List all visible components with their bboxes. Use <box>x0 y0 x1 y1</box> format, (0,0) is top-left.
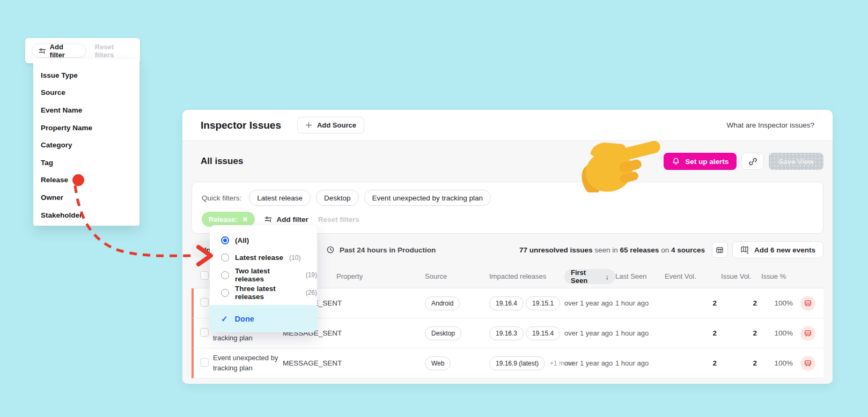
add-new-events-button[interactable]: Add 6 new events <box>732 241 823 258</box>
quick-filters-label: Quick filters: <box>202 194 241 202</box>
radio-icon[interactable] <box>221 271 229 279</box>
summary-sources: 4 sources <box>671 246 705 254</box>
menu-item-tag[interactable]: Tag <box>41 154 139 172</box>
table-view-button[interactable] <box>712 242 728 258</box>
active-release-filter-chip[interactable]: Release: ✕ <box>202 212 255 227</box>
option-label: Two latest releases <box>235 267 300 283</box>
chip-label: Latest release <box>257 194 303 202</box>
remove-filter-icon[interactable]: ✕ <box>242 215 248 224</box>
col-header-issue-vol: Issue Vol. <box>721 272 761 280</box>
menu-item-stakeholder[interactable]: Stakeholder <box>41 206 139 224</box>
row-checkbox[interactable] <box>200 358 209 367</box>
release-chip: 19.15.4 <box>526 326 560 340</box>
bell-icon <box>672 157 680 166</box>
menu-item-label: Source <box>41 88 65 96</box>
tracking-plan-violation-icon <box>800 326 815 341</box>
menu-item-property-name[interactable]: Property Name <box>41 119 139 137</box>
first-seen-cell: over 1 year ago <box>564 299 615 307</box>
done-button[interactable]: ✓ Done <box>210 305 317 332</box>
event-name-cell: MESSAGE_SENT <box>283 359 336 367</box>
radio-icon[interactable] <box>221 289 229 297</box>
event-vol-cell: 2 <box>665 299 721 307</box>
option-count: (19) <box>306 271 317 279</box>
release-chip: 19.16.9 (latest) <box>489 356 545 370</box>
menu-item-label: Tag <box>41 159 53 167</box>
reset-filters-button[interactable]: Reset filters <box>318 215 359 224</box>
release-chip: 19.16.4 <box>489 296 524 310</box>
inspector-issues-panel: Inspector Issues Add Source What are Ins… <box>182 110 833 384</box>
first-seen-cell: over 1 year ago <box>564 329 615 337</box>
radio-selected-icon[interactable] <box>221 236 229 244</box>
quick-filter-chip-latest-release[interactable]: Latest release <box>249 190 311 206</box>
time-range-label: Past 24 hours in Production <box>340 246 436 254</box>
menu-item-release[interactable]: Release <box>41 172 139 189</box>
col-header-property: Property <box>336 272 425 280</box>
menu-item-label: Issue Type <box>41 71 78 79</box>
radio-icon[interactable] <box>221 254 229 262</box>
release-filter-dropdown: (All) Latest release (10) Two latest rel… <box>210 225 317 332</box>
view-actions: Set up alerts Save View <box>664 153 823 170</box>
source-chip: Android <box>425 296 460 310</box>
add-source-button[interactable]: Add Source <box>297 117 364 133</box>
first-seen-cell: over 1 year ago <box>564 359 615 367</box>
page-title: Inspector Issues <box>201 120 281 131</box>
reset-filters-button[interactable]: Reset filters <box>95 43 134 59</box>
save-view-button[interactable]: Save View <box>769 153 823 170</box>
issue-table-row[interactable]: Event unexpected by tracking plan MESSAG… <box>192 348 823 378</box>
help-link[interactable]: What are Inspector issues? <box>726 121 814 129</box>
row-checkbox[interactable] <box>200 298 209 307</box>
check-icon: ✓ <box>221 314 228 324</box>
quick-filter-chip-event-unexpected[interactable]: Event unexpected by tracking plan <box>364 190 491 206</box>
issue-vol-cell: 2 <box>721 359 761 367</box>
sort-desc-icon: ↓ <box>606 273 609 281</box>
release-option-all[interactable]: (All) <box>210 232 317 249</box>
view-header-row: All issues Set up alerts Save View <box>192 141 823 182</box>
menu-item-label: Release <box>41 176 68 184</box>
row-checkbox[interactable] <box>200 328 209 337</box>
release-highlight-dot <box>72 174 84 186</box>
event-vol-cell: 2 <box>665 329 721 337</box>
release-option-latest[interactable]: Latest release (10) <box>210 249 317 267</box>
table-icon <box>716 246 724 254</box>
summary-text: seen in <box>593 246 620 254</box>
issue-type-cell: Event unexpected by tracking plan <box>213 353 283 373</box>
summary-count: 77 unresolved issues <box>519 246 593 254</box>
col-header-first-seen-sort[interactable]: First Seen↓ <box>564 269 615 284</box>
menu-item-issue-type[interactable]: Issue Type <box>41 66 139 84</box>
link-icon <box>748 157 757 166</box>
menu-item-label: Category <box>41 141 72 149</box>
col-header-issue-pct: Issue % <box>761 272 796 280</box>
release-option-three-latest[interactable]: Three latest releases (26) <box>210 284 317 302</box>
col-header-impacted: Impacted releases <box>489 272 564 280</box>
release-option-two-latest[interactable]: Two latest releases (19) <box>210 266 317 284</box>
app-canvas: Add filter Reset filters Issue Type Sour… <box>0 0 868 417</box>
menu-item-category[interactable]: Category <box>41 136 139 154</box>
filter-field-menu: Issue Type Source Event Name Property Na… <box>33 59 139 226</box>
copy-link-button[interactable] <box>741 153 764 170</box>
select-all-checkbox[interactable] <box>200 271 209 280</box>
option-label: (All) <box>235 236 249 244</box>
event-vol-cell: 2 <box>665 359 721 367</box>
source-chip: Desktop <box>425 326 461 340</box>
menu-item-source[interactable]: Source <box>41 84 139 102</box>
menu-item-label: Event Name <box>41 106 82 114</box>
add-filter-button[interactable]: Add filter <box>32 43 86 58</box>
impacted-releases-cell: 19.16.9 (latest) +1 more <box>489 356 564 370</box>
time-range[interactable]: Past 24 hours in Production <box>326 245 436 254</box>
impacted-releases-cell: 19.16.4 19.15.1 <box>489 296 564 310</box>
panel-header: Inspector Issues Add Source What are Ins… <box>182 110 833 141</box>
quick-filter-chip-desktop[interactable]: Desktop <box>316 190 359 206</box>
option-label: Latest release <box>235 254 283 262</box>
filter-icon <box>39 48 46 54</box>
menu-item-event-name[interactable]: Event Name <box>41 101 139 119</box>
last-seen-cell: 1 hour ago <box>615 359 665 367</box>
plus-icon <box>305 122 312 129</box>
col-header-event-vol: Event Vol. <box>665 272 721 280</box>
setup-alerts-button[interactable]: Set up alerts <box>664 153 737 170</box>
menu-item-owner[interactable]: Owner <box>41 189 139 206</box>
quick-filters-row: Quick filters: Latest release Desktop Ev… <box>202 190 813 206</box>
filter-icon <box>264 216 272 222</box>
add-filter-button[interactable]: Add filter <box>264 215 308 224</box>
add-source-label: Add Source <box>317 121 356 129</box>
pointing-hand-emoji <box>579 132 665 192</box>
